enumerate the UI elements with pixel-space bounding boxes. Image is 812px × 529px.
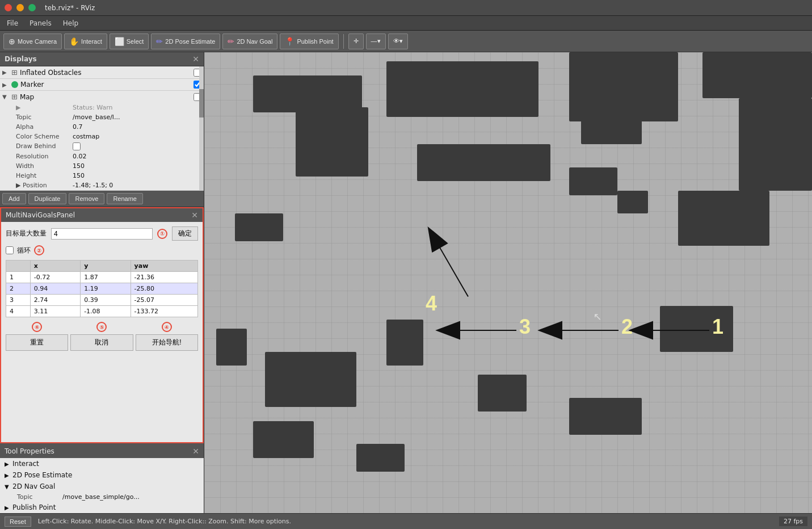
tp-nav-goal[interactable]: ▼ 2D Nav Goal: [0, 481, 204, 492]
view-button[interactable]: 👁▾: [388, 33, 408, 49]
minus-icon: —▾: [371, 37, 381, 45]
expand-arrow-marker[interactable]: ▶: [2, 82, 9, 88]
badge-5: ⑤: [96, 322, 107, 332]
select-button[interactable]: ⬜ Select: [110, 33, 149, 49]
table-row[interactable]: 1 -0.72 1.87 -21.36: [6, 272, 198, 283]
map-prop-width: Width 150: [0, 161, 204, 171]
obstacle-9: [617, 191, 648, 214]
cell-y: 0.39: [81, 295, 131, 306]
table-row[interactable]: 3 2.74 0.39 -25.07: [6, 295, 198, 306]
table-row[interactable]: 4 3.11 -1.08 -133.72: [6, 306, 198, 317]
cancel-button[interactable]: 取消: [70, 334, 133, 351]
interact-button[interactable]: ✋ Interact: [64, 33, 107, 49]
fps-display: 27 fps: [779, 517, 807, 526]
maximize-button[interactable]: [28, 4, 36, 11]
tp-nav-goal-arrow: ▼: [5, 484, 12, 490]
remove-button[interactable]: Remove: [69, 193, 104, 204]
displays-scrollbar[interactable]: [199, 66, 204, 191]
cell-y: -1.08: [81, 306, 131, 317]
tp-pose-estimate-label: 2D Pose Estimate: [12, 471, 72, 479]
confirm-button[interactable]: 确定: [172, 226, 198, 241]
menu-panels[interactable]: Panels: [25, 18, 56, 28]
map-prop-position: ▶ Position -1.48; -1.5; 0: [0, 180, 204, 190]
tool-props-close-icon[interactable]: ✕: [192, 447, 199, 456]
max-goals-input[interactable]: [51, 228, 153, 240]
action-buttons-row: 重置 取消 开始导航!: [6, 334, 198, 351]
tp-interact[interactable]: ▶ Interact: [0, 458, 204, 469]
display-inflated-obstacles: ▶ ⊞ Inflated Obstacles: [0, 66, 204, 79]
add-button[interactable]: Add: [2, 193, 26, 204]
close-button[interactable]: [5, 4, 12, 11]
obstacle-5: [296, 107, 369, 177]
displays-title: Displays: [5, 55, 37, 63]
col-y: y: [81, 261, 131, 272]
obstacle-17: [739, 98, 812, 190]
tp-interact-arrow: ▶: [5, 461, 12, 467]
displays-scrollbar-thumb[interactable]: [199, 89, 204, 117]
multi-panel-close-icon[interactable]: ✕: [191, 211, 198, 220]
displays-panel: Displays ✕ ▶ ⊞ Inflated Obstacles ▶: [0, 52, 204, 207]
publish-point-button[interactable]: 📍 Publish Point: [280, 33, 338, 49]
cell-num: 1: [6, 272, 31, 283]
col-num: [6, 261, 31, 272]
duplicate-button[interactable]: Duplicate: [28, 193, 67, 204]
cell-y: 1.87: [81, 272, 131, 283]
map-topic-value: /move_base/l...: [73, 114, 120, 121]
tp-nav-goal-topic: Topic /move_base_simple/go...: [0, 492, 204, 502]
map-label: Map: [20, 93, 191, 101]
status-reset-button[interactable]: Reset: [5, 517, 31, 527]
goals-table: x y yaw 1 -0.72 1.87 -21.36 2 0.94 1.19 …: [6, 260, 198, 317]
map-prop-resolution: Resolution 0.02: [0, 152, 204, 161]
draw-behind-checkbox[interactable]: [73, 142, 81, 150]
reset-button[interactable]: 重置: [6, 334, 68, 351]
publish-point-label: Publish Point: [297, 38, 333, 45]
displays-close-icon[interactable]: ✕: [192, 54, 199, 64]
obstacle-18: [253, 421, 314, 458]
cell-y: 1.19: [81, 283, 131, 295]
max-goals-label: 目标最大数量: [6, 229, 47, 238]
col-x: x: [30, 261, 80, 272]
cell-yaw: -25.07: [131, 295, 197, 306]
titlebar: teb.rviz* - RViz: [0, 0, 812, 16]
rename-button[interactable]: Rename: [107, 193, 143, 204]
display-map: ▼ ⊞ Map ▶ Status: Warn Topic /move_base/…: [0, 91, 204, 191]
main-layout: Displays ✕ ▶ ⊞ Inflated Obstacles ▶: [0, 52, 812, 513]
move-camera-label: Move Camera: [18, 38, 57, 45]
cell-x: 0.94: [30, 283, 80, 295]
minimize-button[interactable]: [16, 4, 24, 11]
cell-x: -0.72: [30, 272, 80, 283]
pose-estimate-button[interactable]: ✏ 2D Pose Estimate: [151, 33, 220, 49]
minus-button[interactable]: —▾: [366, 33, 386, 49]
badge-2: ②: [34, 245, 44, 255]
nav-goal-button[interactable]: ✏ 2D Nav Goal: [222, 33, 277, 49]
tool-properties-panel: Tool Properties ✕ ▶ Interact ▶ 2D Pose E…: [0, 443, 204, 513]
map-icon: ⊞: [11, 93, 18, 101]
menu-help[interactable]: Help: [58, 18, 83, 28]
table-row[interactable]: 2 0.94 1.19 -25.80: [6, 283, 198, 295]
map-area[interactable]: 1 2 3 4 ↖: [204, 52, 812, 513]
displays-scroll[interactable]: ▶ ⊞ Inflated Obstacles ▶ Marker: [0, 66, 204, 191]
select-label: Select: [127, 38, 144, 45]
cell-num: 3: [6, 295, 31, 306]
cycle-label: 循环: [17, 246, 31, 255]
tp-pose-estimate[interactable]: ▶ 2D Pose Estimate: [0, 469, 204, 481]
cycle-checkbox[interactable]: [6, 246, 14, 254]
obstacle-16: [678, 191, 769, 246]
tp-publish-point[interactable]: ▶ Publish Point: [0, 502, 204, 513]
start-nav-button[interactable]: 开始导航!: [136, 334, 198, 351]
toolbar: ⊕ Move Camera ✋ Interact ⬜ Select ✏ 2D P…: [0, 31, 812, 52]
expand-arrow-map[interactable]: ▼: [2, 94, 9, 100]
cell-yaw: -21.36: [131, 272, 197, 283]
multi-navi-goals-panel: MultiNaviGoalsPanel ✕ 目标最大数量 ① 确定 循环 ②: [0, 207, 204, 443]
tool-props-title: Tool Properties: [5, 447, 54, 455]
plus-button[interactable]: ✛: [348, 33, 364, 49]
displays-buttons: Add Duplicate Remove Rename: [0, 191, 204, 207]
nav-goal-icon: ✏: [228, 37, 234, 46]
map-prop-topic: Topic /move_base/l...: [0, 112, 204, 122]
move-camera-button[interactable]: ⊕ Move Camera: [3, 33, 62, 49]
menu-file[interactable]: File: [2, 18, 23, 28]
cell-x: 3.11: [30, 306, 80, 317]
map-prop-height: Height 150: [0, 171, 204, 180]
menubar: File Panels Help: [0, 16, 812, 31]
expand-arrow-inflated[interactable]: ▶: [2, 69, 9, 75]
